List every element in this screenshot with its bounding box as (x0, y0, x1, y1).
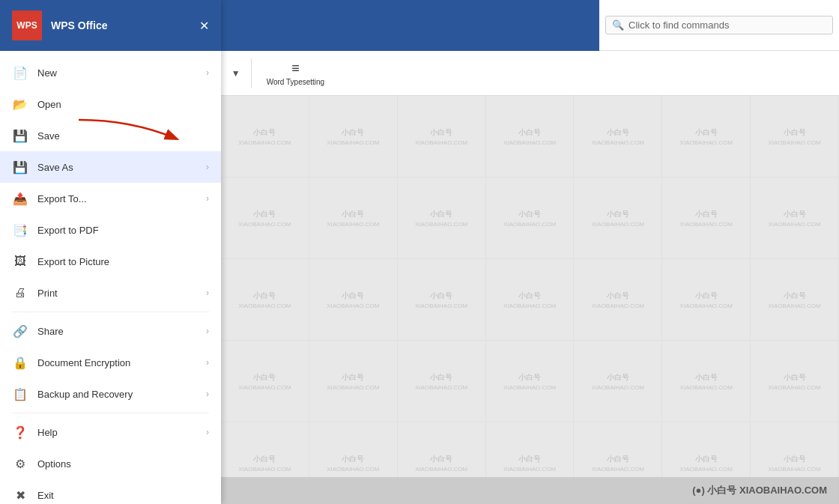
heading-dropdown-arrow[interactable]: ▼ (230, 68, 242, 79)
menu-item-new[interactable]: 📄New› (0, 57, 221, 88)
menu-item-export-to[interactable]: 📤Export To...› (0, 183, 221, 214)
watermark-cell: 小白号XIAOBAIHAO.COM (398, 96, 486, 177)
menu-item-share[interactable]: 🔗Share› (0, 315, 221, 347)
menu-item-arrow-new: › (206, 67, 209, 78)
search-icon: 🔍 (612, 19, 624, 31)
watermark-cell: 小白号XIAOBAIHAO.COM (574, 96, 662, 177)
watermark-cell: 小白号XIAOBAIHAO.COM (221, 259, 309, 341)
menu-item-options[interactable]: ⚙Options (0, 448, 221, 479)
menu-header: WPS WPS Office ✕ (0, 0, 221, 51)
open-icon: 📂 (12, 96, 28, 112)
menu-item-arrow-document-encryption: › (206, 357, 209, 368)
watermark-cell: 小白号XIAOBAIHAO.COM (574, 341, 662, 422)
menu-item-label-exit: Exit (37, 490, 209, 501)
exit-icon: ✖ (12, 487, 28, 503)
menu-item-print[interactable]: 🖨Print› (0, 277, 221, 309)
watermark-cell: 小白号XIAOBAIHAO.COM (662, 96, 751, 177)
print-icon: 🖨 (12, 285, 28, 301)
menu-item-arrow-export-to: › (206, 193, 209, 204)
menu-item-label-backup-recovery: Backup and Recovery (37, 389, 197, 400)
menu-item-label-export-pdf: Export to PDF (37, 225, 209, 236)
menu-item-backup-recovery[interactable]: 📋Backup and Recovery› (0, 378, 221, 410)
menu-item-open[interactable]: 📂Open (0, 88, 221, 120)
watermark-cell: 小白号XIAOBAIHAO.COM (309, 259, 398, 341)
watermark-grid: 小白号XIAOBAIHAO.COM小白号XIAOBAIHAO.COM小白号XIA… (221, 96, 839, 504)
new-icon: 📄 (12, 64, 28, 81)
watermark-cell: 小白号XIAOBAIHAO.COM (574, 177, 662, 259)
menu-divider (12, 413, 209, 413)
export-to-icon: 📤 (12, 190, 28, 207)
watermark-cell: 小白号XIAOBAIHAO.COM (221, 96, 309, 177)
watermark-cell: 小白号XIAOBAIHAO.COM (398, 259, 486, 341)
watermark-cell: 小白号XIAOBAIHAO.COM (486, 341, 575, 422)
watermark-cell: 小白号XIAOBAIHAO.COM (662, 259, 751, 341)
export-pdf-icon: 📑 (12, 222, 28, 238)
watermark-cell: 小白号XIAOBAIHAO.COM (309, 177, 398, 259)
menu-item-label-options: Options (37, 458, 209, 470)
document-area: 小白号XIAOBAIHAO.COM小白号XIAOBAIHAO.COM小白号XIA… (221, 96, 839, 504)
watermark-cell: 小白号XIAOBAIHAO.COM (398, 341, 486, 422)
help-icon: ❓ (12, 424, 28, 440)
menu-item-label-new: New (37, 67, 197, 79)
watermark-cell: 小白号XIAOBAIHAO.COM (398, 177, 486, 259)
watermark-cell: 小白号XIAOBAIHAO.COM (662, 341, 751, 422)
watermark-cell: 小白号XIAOBAIHAO.COM (574, 259, 662, 341)
save-as-icon: 💾 (12, 159, 28, 175)
options-icon: ⚙ (12, 455, 28, 472)
menu-item-arrow-print: › (206, 288, 209, 298)
watermark-cell: 小白号XIAOBAIHAO.COM (751, 259, 839, 341)
menu-item-export-pdf[interactable]: 📑Export to PDF (0, 214, 221, 246)
menu-item-help[interactable]: ❓Help› (0, 416, 221, 448)
menu-item-arrow-backup-recovery: › (206, 389, 209, 399)
menu-item-label-export-picture: Export to Picture (37, 256, 209, 267)
menu-item-label-document-encryption: Document Encryption (37, 357, 197, 368)
document-encryption-icon: 🔒 (12, 354, 28, 371)
menu-item-label-share: Share (37, 326, 197, 337)
watermark-cell: 小白号XIAOBAIHAO.COM (221, 341, 309, 422)
menu-item-label-export-to: Export To... (37, 193, 197, 204)
command-search-box[interactable]: 🔍 Click to find commands (605, 16, 833, 34)
menu-item-label-open: Open (37, 99, 209, 110)
menu-close-button[interactable]: ✕ (199, 19, 209, 33)
menu-item-save[interactable]: 💾Save (0, 120, 221, 151)
menu-item-label-print: Print (37, 288, 197, 299)
share-icon: 🔗 (12, 323, 28, 339)
menu-item-export-picture[interactable]: 🖼Export to Picture (0, 246, 221, 277)
typesetting-icon: ≡ (291, 61, 300, 76)
watermark-cell: 小白号XIAOBAIHAO.COM (486, 96, 575, 177)
watermark-cell: 小白号XIAOBAIHAO.COM (309, 341, 398, 422)
menu-divider (12, 312, 209, 312)
ribbon-divider2 (251, 58, 252, 88)
menu-app-title: WPS Office (51, 19, 107, 31)
watermark-cell: 小白号XIAOBAIHAO.COM (309, 96, 398, 177)
word-typesetting-button[interactable]: ≡ Word Typesetting (261, 58, 330, 89)
watermark-cell: 小白号XIAOBAIHAO.COM (751, 341, 839, 422)
menu-items-list: 📄New›📂Open💾Save💾Save As›📤Export To...›📑E… (0, 51, 221, 504)
save-icon: 💾 (12, 127, 28, 144)
watermark-cell: 小白号XIAOBAIHAO.COM (221, 177, 309, 259)
menu-logo: WPS (12, 10, 42, 40)
export-picture-icon: 🖼 (12, 253, 28, 270)
header-search-area: 🔍 Click to find commands (599, 0, 839, 51)
menu-item-arrow-share: › (206, 326, 209, 336)
menu-item-document-encryption[interactable]: 🔒Document Encryption› (0, 347, 221, 378)
watermark-cell: 小白号XIAOBAIHAO.COM (662, 177, 751, 259)
menu-item-label-help: Help (37, 427, 197, 438)
menu-item-arrow-save-as: › (206, 162, 209, 172)
watermark-cell: 小白号XIAOBAIHAO.COM (486, 177, 575, 259)
watermark-cell: 小白号XIAOBAIHAO.COM (486, 259, 575, 341)
backup-recovery-icon: 📋 (12, 386, 28, 402)
menu-item-save-as[interactable]: 💾Save As› (0, 151, 221, 183)
file-menu: WPS WPS Office ✕ 📄New›📂Open💾Save💾Save As… (0, 0, 221, 504)
watermark-cell: 小白号XIAOBAIHAO.COM (751, 177, 839, 259)
menu-item-label-save-as: Save As (37, 162, 197, 173)
menu-item-label-save: Save (37, 130, 209, 142)
menu-item-exit[interactable]: ✖Exit (0, 479, 221, 504)
watermark-cell: 小白号XIAOBAIHAO.COM (751, 96, 839, 177)
menu-item-arrow-help: › (206, 427, 209, 437)
